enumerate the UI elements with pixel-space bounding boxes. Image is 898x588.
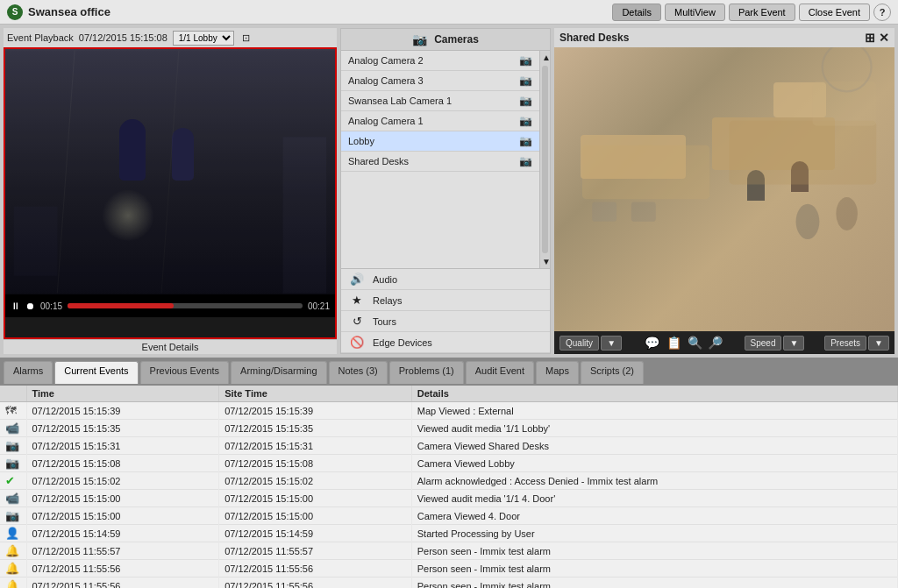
tab-current-events[interactable]: Current Events — [54, 361, 138, 384]
edge-devices-label: Edge Devices — [373, 337, 432, 348]
table-row[interactable]: 👤 07/12/2015 15:14:59 07/12/2015 15:14:5… — [0, 525, 898, 542]
tab-notes[interactable]: Notes (3) — [329, 361, 388, 384]
camera-item-1[interactable]: Analog Camera 3 📷 — [341, 71, 539, 91]
quality-control-group: Quality ▼ — [559, 336, 622, 351]
speed-dropdown-arrow[interactable]: ▼ — [783, 336, 804, 351]
zoom-in-icon[interactable]: 🔍 — [686, 336, 704, 350]
row-site-time-cell: 07/12/2015 15:15:08 — [219, 455, 412, 472]
park-event-button[interactable]: Park Event — [729, 4, 795, 21]
close-camera-icon[interactable]: ✕ — [879, 31, 889, 45]
audio-control[interactable]: 🔊 Audio — [341, 269, 550, 290]
svg-rect-8 — [813, 81, 877, 125]
events-table-container[interactable]: Time Site Time Details 🗺 07/12/2015 15:1… — [0, 386, 898, 588]
camera-item-0[interactable]: Analog Camera 2 📷 — [341, 51, 539, 71]
shared-desks-icon-group: ⊞ ✕ — [865, 31, 889, 45]
table-row[interactable]: 🔔 07/12/2015 11:55:57 07/12/2015 11:55:5… — [0, 542, 898, 560]
quality-button[interactable]: Quality — [559, 336, 599, 351]
event-playback-bar: Event Playback 07/12/2015 15:15:08 1/1 L… — [4, 28, 337, 47]
row-time-cell: 07/12/2015 11:55:56 — [26, 577, 219, 589]
event-type-icon: 🔔 — [5, 544, 19, 557]
table-row[interactable]: 🔔 07/12/2015 11:55:56 07/12/2015 11:55:5… — [0, 560, 898, 577]
expand-icon[interactable]: ⊡ — [239, 32, 253, 44]
tab-audit-event[interactable]: Audit Event — [466, 361, 534, 384]
relays-control[interactable]: ★ Relays — [341, 290, 550, 311]
speed-button[interactable]: Speed — [745, 336, 782, 351]
table-row[interactable]: ✔ 07/12/2015 15:15:02 07/12/2015 15:15:0… — [0, 472, 898, 490]
record-button[interactable]: ⏺ — [25, 301, 35, 311]
svg-rect-6 — [582, 145, 709, 199]
tab-alarms[interactable]: Alarms — [4, 361, 53, 384]
edge-devices-control[interactable]: 🚫 Edge Devices — [341, 332, 550, 353]
tab-arming-disarming[interactable]: Arming/Disarming — [231, 361, 326, 384]
zoom-out-icon[interactable]: 🔎 — [706, 336, 724, 350]
snapshot-icon[interactable]: 📋 — [664, 336, 684, 350]
table-row[interactable]: 📷 07/12/2015 15:15:31 07/12/2015 15:15:3… — [0, 437, 898, 455]
row-icon-cell: 🗺 — [0, 402, 26, 420]
row-site-time-cell: 07/12/2015 15:14:59 — [219, 525, 412, 542]
help-button[interactable]: ? — [873, 4, 891, 21]
multiview-icon[interactable]: ⊞ — [865, 31, 875, 45]
row-site-time-cell: 07/12/2015 11:55:57 — [219, 542, 412, 560]
table-row[interactable]: 🔔 07/12/2015 11:55:56 07/12/2015 11:55:5… — [0, 577, 898, 589]
row-details-cell: Person seen - Immix test alarm — [411, 542, 897, 560]
tours-icon: ↺ — [348, 315, 366, 328]
close-event-button[interactable]: Close Event — [799, 4, 870, 21]
cameras-scrollbar[interactable]: ▲ ▼ — [539, 51, 550, 268]
row-icon-cell: 🔔 — [0, 560, 26, 577]
camera-item-2[interactable]: Swansea Lab Camera 1 📷 — [341, 91, 539, 111]
svg-rect-4 — [283, 137, 326, 293]
row-details-cell: Person seen - Immix test alarm — [411, 577, 897, 589]
svg-rect-13 — [631, 202, 656, 222]
presets-button[interactable]: Presets — [824, 336, 866, 351]
row-icon-cell: 📹 — [0, 420, 26, 437]
table-row[interactable]: 🗺 07/12/2015 15:15:39 07/12/2015 15:15:3… — [0, 402, 898, 420]
event-type-icon: 🔔 — [5, 562, 19, 575]
table-row[interactable]: 📷 07/12/2015 15:15:08 07/12/2015 15:15:0… — [0, 455, 898, 472]
row-icon-cell: 👤 — [0, 525, 26, 542]
tours-control[interactable]: ↺ Tours — [341, 311, 550, 332]
presets-dropdown-arrow[interactable]: ▼ — [868, 336, 889, 351]
table-row[interactable]: 📹 07/12/2015 15:15:00 07/12/2015 15:15:0… — [0, 490, 898, 507]
row-site-time-cell: 07/12/2015 15:15:00 — [219, 507, 412, 525]
tab-problems[interactable]: Problems (1) — [389, 361, 464, 384]
app-logo: S — [7, 4, 23, 20]
event-type-icon: 🔔 — [5, 579, 19, 588]
col-site-time-header: Site Time — [219, 386, 412, 402]
shared-desks-panel: Shared Desks ⊞ ✕ — [554, 28, 894, 354]
events-panel: Time Site Time Details 🗺 07/12/2015 15:1… — [0, 384, 898, 588]
channel-select[interactable]: 1/1 Lobby — [173, 31, 234, 46]
scroll-down-button[interactable]: ▼ — [540, 255, 550, 268]
video-progress-bar[interactable] — [68, 303, 303, 308]
camera-icon-5: 📷 — [519, 155, 532, 167]
row-site-time-cell: 07/12/2015 11:55:56 — [219, 560, 412, 577]
tab-previous-events[interactable]: Previous Events — [140, 361, 229, 384]
relays-label: Relays — [373, 295, 403, 306]
camera-item-5[interactable]: Shared Desks 📷 — [341, 152, 539, 172]
scroll-up-button[interactable]: ▲ — [540, 51, 550, 64]
video-progress-fill — [68, 303, 174, 308]
details-button[interactable]: Details — [612, 4, 661, 21]
tab-maps[interactable]: Maps — [536, 361, 579, 384]
cameras-panel-title: Cameras — [434, 33, 479, 46]
svg-rect-7 — [730, 121, 877, 185]
multiview-button[interactable]: MultiView — [665, 4, 725, 21]
row-details-cell: Person seen - Immix test alarm — [411, 560, 897, 577]
audio-icon: 🔊 — [348, 273, 366, 286]
event-details-label: Event Details — [4, 339, 337, 354]
row-details-cell: Camera Viewed 4. Door — [411, 507, 897, 525]
play-pause-button[interactable]: ⏸ — [11, 301, 20, 311]
table-row[interactable]: 📹 07/12/2015 15:15:35 07/12/2015 15:15:3… — [0, 420, 898, 437]
camera-item-3[interactable]: Analog Camera 1 📷 — [341, 111, 539, 131]
edge-devices-icon: 🚫 — [348, 336, 366, 349]
camera-icon-2: 📷 — [519, 95, 532, 107]
camera-name-0: Analog Camera 2 — [348, 55, 424, 66]
tab-scripts[interactable]: Scripts (2) — [581, 361, 644, 384]
row-site-time-cell: 07/12/2015 15:15:02 — [219, 472, 412, 490]
camera-name-2: Swansea Lab Camera 1 — [348, 96, 452, 106]
camera-item-4[interactable]: Lobby 📷 — [341, 131, 539, 152]
quality-dropdown-arrow[interactable]: ▼ — [601, 336, 622, 351]
camera-add-icon[interactable]: 💬 — [642, 336, 662, 350]
app-title-bar: S Swansea office — [7, 4, 110, 20]
header-button-group: Details MultiView Park Event Close Event… — [612, 4, 891, 21]
table-row[interactable]: 📷 07/12/2015 15:15:00 07/12/2015 15:15:0… — [0, 507, 898, 525]
